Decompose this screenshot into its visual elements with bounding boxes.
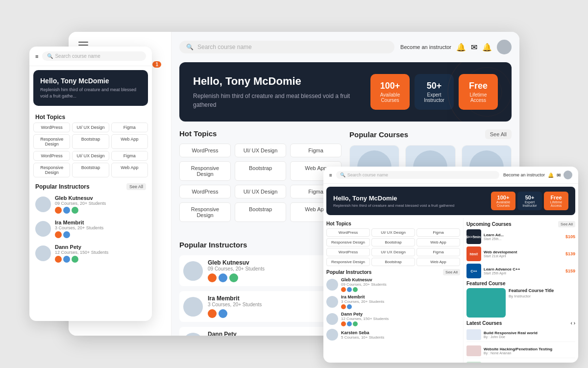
mini-topics-grid: WordPress UI/ UX Design Figma Responsive… bbox=[29, 123, 152, 177]
topic-bootstrap-2[interactable]: Bootstrap bbox=[235, 202, 286, 222]
lsr-bell-icon[interactable]: 🔔 bbox=[548, 172, 554, 178]
lsr-inst-meta-2: 3 Courses, 20+ Students bbox=[341, 299, 384, 304]
badge-orange-1 bbox=[208, 273, 217, 282]
lsr-latest-info-1: Build Responsive Real world By : John Do… bbox=[484, 331, 538, 339]
lsr-pop-inst-see-all[interactable]: See All bbox=[443, 269, 460, 275]
lsr-inst-name-4: Karsten Seba bbox=[341, 330, 384, 335]
lsr-latest-2[interactable]: Website Hacking/Penetration Testing By :… bbox=[466, 344, 575, 358]
mini-badges-1 bbox=[55, 207, 106, 214]
lsr-stat-label-inst: ExpertInstructor bbox=[521, 200, 538, 207]
lsr-stat-num-inst: 50+ bbox=[521, 195, 538, 200]
lsr-topic-8[interactable]: UI/ UX Design bbox=[371, 248, 415, 256]
lsr-latest-1[interactable]: Build Responsive Real world By : John Do… bbox=[466, 328, 575, 342]
lsr-upcoming-2[interactable]: html! Web development Start 21st April $… bbox=[466, 246, 575, 261]
topic-figma-1[interactable]: Figma bbox=[290, 144, 342, 157]
lsr-featured-title: Featured Course bbox=[466, 281, 575, 286]
lsr-badge-o2 bbox=[341, 304, 346, 309]
topic-bootstrap-1[interactable]: Bootstrap bbox=[235, 161, 286, 181]
lsr-up-info-2: Web development Start 21st April bbox=[484, 250, 563, 258]
lsr-inst-info-2: Ira Membrit 3 Courses, 20+ Students bbox=[341, 294, 384, 309]
lsr-topic-5[interactable]: Bootstrap bbox=[371, 238, 415, 246]
lsr-topic-6[interactable]: Web App bbox=[416, 238, 460, 246]
mail-icon[interactable]: ✉ bbox=[471, 43, 477, 52]
bell-icon[interactable]: 🔔 bbox=[456, 43, 466, 52]
lsr-upcoming-1[interactable]: $i<=5min; Learn Ad... Start 25th... $105 bbox=[466, 229, 575, 244]
lsr-mail-icon[interactable]: ✉ bbox=[557, 172, 561, 178]
mini-topic-6[interactable]: Web App bbox=[111, 134, 148, 149]
topic-responsive-2[interactable]: Responsive Design bbox=[179, 202, 231, 222]
lsr-topic-3[interactable]: Figma bbox=[416, 228, 460, 237]
lsr-inst-avatar-4 bbox=[326, 329, 338, 341]
lsr-topic-9[interactable]: Figma bbox=[416, 248, 460, 256]
lsr-topic-12[interactable]: Web App bbox=[416, 258, 460, 266]
lsr-instructor-4[interactable]: Karsten Seba 5 Courses, 10+ Students bbox=[326, 329, 460, 341]
mini-search-bar[interactable]: 🔍 Search course name bbox=[42, 51, 146, 61]
lsr-hero-text: Hello, Tony McDomie Replenish him third … bbox=[333, 195, 491, 208]
lsr-topic-7[interactable]: WordPress bbox=[326, 248, 370, 256]
user-avatar[interactable] bbox=[497, 40, 512, 54]
mini-topic-12[interactable]: Web App bbox=[111, 163, 148, 177]
mini-instructors-see-all[interactable]: See All bbox=[126, 183, 146, 190]
mini-topic-8[interactable]: UI/ UX Design bbox=[72, 151, 109, 161]
lsr-inst-avatar-1 bbox=[326, 279, 338, 291]
lsr-featured-thumb bbox=[466, 288, 506, 318]
mini-topic-9[interactable]: Figma bbox=[111, 151, 148, 161]
lsr-upcoming-3[interactable]: C++ Learn Advance C++ Start 25th April $… bbox=[466, 264, 575, 278]
lsr-inst-badges-1 bbox=[341, 287, 387, 292]
lsr-popular-instructors-header: Popular Instructors See All bbox=[326, 269, 460, 275]
mini-instructor-meta-2: 3 Courses, 20+ Students bbox=[55, 225, 103, 230]
topic-wordpress-1[interactable]: WordPress bbox=[179, 144, 231, 157]
stat-num-courses: 100+ bbox=[378, 81, 402, 91]
mini-topic-11[interactable]: Bootstrap bbox=[72, 163, 109, 177]
mini-hamburger-icon[interactable]: ≡ bbox=[35, 53, 38, 59]
lsr-topic-10[interactable]: Responsive Design bbox=[326, 258, 370, 266]
lsr-become-instructor[interactable]: Become an instructor bbox=[503, 172, 545, 177]
lsr-up-price-3: $159 bbox=[565, 269, 575, 273]
lsr-next-icon[interactable]: › bbox=[574, 320, 575, 326]
lsr-badge-o3 bbox=[341, 321, 346, 326]
lsr-latest-3[interactable]: The Complete Cyber Security Course By : … bbox=[466, 360, 575, 363]
lsr-featured-course[interactable]: Featured Course Title By Instructor bbox=[466, 288, 575, 318]
mini-topic-10[interactable]: Responsive Design bbox=[33, 163, 70, 177]
popular-courses-see-all[interactable]: See All bbox=[485, 129, 512, 139]
mini-topic-7[interactable]: WordPress bbox=[33, 151, 70, 161]
mini-avatar-3 bbox=[35, 245, 51, 261]
lsr-instructor-1[interactable]: Gleb Kutnesuv 09 Courses, 20+ Students bbox=[326, 277, 460, 292]
mini-topic-3[interactable]: Figma bbox=[111, 123, 148, 132]
lsr-hero-greeting: Hello, Tony McDomie bbox=[333, 195, 491, 202]
lsr-topic-11[interactable]: Bootstrap bbox=[371, 258, 415, 266]
mini-topic-2[interactable]: UI/ UX Design bbox=[72, 123, 109, 132]
lsr-user-avatar[interactable] bbox=[564, 171, 572, 179]
become-instructor-link[interactable]: Become an instructor bbox=[400, 44, 451, 50]
mini-instructor-1[interactable]: Gleb Kutnesuv 09 Courses, 20+ Students bbox=[29, 192, 152, 217]
lsr-topic-2[interactable]: UI/ UX Design bbox=[371, 228, 415, 237]
mini-topic-1[interactable]: WordPress bbox=[33, 123, 70, 132]
mini-instructor-2[interactable]: Ira Membrit 3 Courses, 20+ Students bbox=[29, 217, 152, 241]
lsr-inst-name-3: Dann Pety bbox=[341, 312, 389, 317]
mini-hero-greeting: Hello, Tony McDomie bbox=[40, 77, 141, 85]
topic-uiux-1[interactable]: UI/ UX Design bbox=[235, 144, 286, 157]
topic-uiux-2[interactable]: UI/ UX Design bbox=[235, 185, 286, 198]
lsr-prev-icon[interactable]: ‹ bbox=[571, 320, 572, 326]
notification-icon[interactable]: 🔔 bbox=[482, 43, 492, 52]
lsr-topic-4[interactable]: Responsive Design bbox=[326, 238, 370, 246]
search-bar[interactable]: 🔍 Search course name bbox=[179, 41, 394, 53]
mini-topic-4[interactable]: Responsive Design bbox=[33, 134, 70, 149]
topic-wordpress-2[interactable]: WordPress bbox=[179, 185, 231, 198]
mini-header: ≡ 🔍 Search course name bbox=[29, 47, 152, 66]
lsr-search-bar[interactable]: 🔍 Search course name bbox=[336, 171, 499, 179]
lsr-instructor-2[interactable]: Ira Membrit 3 Courses, 20+ Students bbox=[326, 294, 460, 309]
lsr-upcoming-see-all[interactable]: See All bbox=[558, 221, 575, 227]
mini-instructor-3[interactable]: Dann Pety 12 Courses, 150+ Students bbox=[29, 241, 152, 266]
lsr-hamburger-icon[interactable]: ≡ bbox=[329, 172, 332, 178]
badge-green-1 bbox=[229, 273, 238, 282]
lsr-up-price-2: $139 bbox=[565, 251, 575, 256]
lsr-header-actions: Become an instructor 🔔 ✉ bbox=[503, 171, 572, 179]
lsr-instructor-3[interactable]: Dann Pety 12 Courses, 150+ Students bbox=[326, 312, 460, 326]
mini-instructor-info-3: Dann Pety 12 Courses, 150+ Students bbox=[55, 244, 108, 263]
topic-responsive-1[interactable]: Responsive Design bbox=[179, 161, 231, 181]
lsr-main-body: Hot Topics WordPress UI/ UX Design Figma… bbox=[323, 218, 578, 363]
mini-topic-5[interactable]: Bootstrap bbox=[72, 134, 109, 149]
mini-badge-b2 bbox=[63, 231, 70, 238]
lsr-topic-1[interactable]: WordPress bbox=[326, 228, 370, 237]
